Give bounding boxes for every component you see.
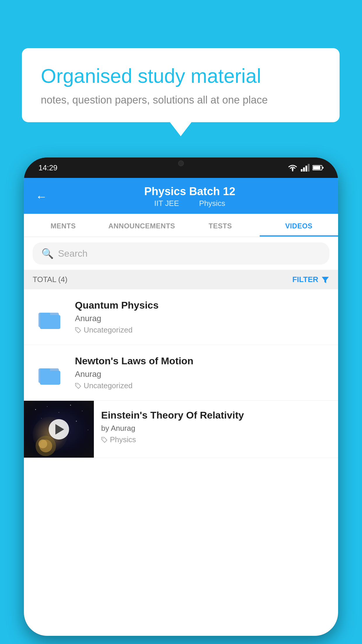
video-thumbnail-3	[24, 401, 94, 458]
video-author-1: Anurag	[75, 314, 329, 323]
tab-announcements[interactable]: ANNOUNCEMENTS	[103, 214, 181, 237]
video-title-1: Quantum Physics	[75, 300, 329, 311]
folder-icon	[37, 304, 63, 330]
svg-rect-1	[301, 169, 303, 172]
tag-label-2: Uncategorized	[84, 381, 133, 390]
svg-marker-8	[322, 277, 329, 283]
phone-frame: 14:29	[24, 158, 338, 636]
tab-videos[interactable]: VIDEOS	[260, 214, 338, 237]
tag-label-3: Physics	[110, 435, 136, 444]
svg-rect-11	[40, 313, 50, 316]
subtitle-sep	[187, 199, 191, 208]
video-info-1: Quantum Physics Anurag Uncategorized	[75, 300, 329, 335]
video-author-2: Anurag	[75, 370, 329, 379]
video-author-3: by Anurag	[101, 424, 331, 433]
svg-point-18	[47, 406, 48, 407]
video-tag-1: Uncategorized	[75, 326, 329, 335]
svg-point-27	[38, 440, 47, 448]
filter-bar: TOTAL (4) FILTER	[24, 270, 338, 289]
svg-point-21	[82, 411, 82, 411]
tag-icon	[75, 327, 81, 333]
play-button[interactable]	[49, 419, 69, 440]
total-count: TOTAL (4)	[33, 275, 67, 284]
filter-label: FILTER	[292, 275, 318, 284]
wifi-icon	[287, 164, 298, 172]
video-title-3: Einstein's Theory Of Relativity	[101, 410, 331, 421]
speech-bubble: Organised study material notes, question…	[22, 48, 340, 122]
svg-point-19	[59, 412, 59, 413]
phone-notch	[158, 158, 204, 169]
list-item[interactable]: Newton's Laws of Motion Anurag Uncategor…	[24, 345, 338, 401]
svg-rect-14	[40, 371, 60, 385]
battery-icon	[312, 164, 324, 171]
svg-rect-15	[40, 368, 50, 372]
batch-title: Physics Batch 12	[53, 185, 326, 198]
folder-icon	[37, 360, 63, 386]
app-header: ← Physics Batch 12 IIT JEE Physics	[24, 178, 338, 214]
back-button[interactable]: ←	[36, 190, 47, 203]
tabs-bar: MENTS ANNOUNCEMENTS TESTS VIDEOS	[24, 214, 338, 237]
video-info-2: Newton's Laws of Motion Anurag Uncategor…	[75, 355, 329, 390]
video-thumbnail-1	[33, 304, 68, 330]
svg-rect-7	[322, 167, 324, 169]
tag-icon	[75, 383, 81, 389]
svg-point-22	[41, 418, 42, 419]
tag-icon	[101, 437, 108, 443]
video-list: Quantum Physics Anurag Uncategorized	[24, 289, 338, 458]
svg-point-16	[77, 384, 78, 385]
svg-rect-6	[313, 166, 320, 169]
svg-point-17	[35, 409, 36, 410]
svg-point-28	[103, 438, 104, 439]
status-time: 14:29	[38, 163, 57, 172]
list-item[interactable]: Quantum Physics Anurag Uncategorized	[24, 289, 338, 345]
svg-rect-2	[303, 167, 305, 172]
search-input[interactable]: Search	[58, 248, 87, 259]
tab-tests[interactable]: TESTS	[181, 214, 260, 237]
video-thumbnail-2	[33, 360, 68, 386]
tag-label-1: Uncategorized	[84, 326, 133, 335]
video-title-2: Newton's Laws of Motion	[75, 355, 329, 367]
search-icon: 🔍	[41, 248, 54, 259]
signal-icon	[301, 164, 310, 172]
svg-rect-10	[40, 315, 60, 329]
list-item[interactable]: Einstein's Theory Of Relativity by Anura…	[24, 401, 338, 458]
video-tag-3: Physics	[101, 435, 331, 444]
filter-icon	[321, 276, 329, 284]
search-container: 🔍 Search	[24, 237, 338, 270]
batch-subtitle: IIT JEE Physics	[53, 199, 326, 208]
svg-point-23	[76, 421, 77, 422]
video-tag-2: Uncategorized	[75, 381, 329, 390]
bubble-title: Organised study material	[41, 64, 321, 88]
play-triangle-icon	[55, 424, 64, 435]
svg-point-24	[88, 430, 88, 430]
video-info-3: Einstein's Theory Of Relativity by Anura…	[94, 401, 338, 453]
status-icons	[287, 164, 324, 172]
search-bar[interactable]: 🔍 Search	[33, 242, 329, 265]
phone-screen: ← Physics Batch 12 IIT JEE Physics MENTS…	[24, 178, 338, 636]
header-title-area: Physics Batch 12 IIT JEE Physics	[53, 185, 326, 208]
svg-point-20	[70, 405, 71, 406]
subtitle-physics: Physics	[199, 199, 225, 208]
tab-ments[interactable]: MENTS	[24, 214, 103, 237]
subtitle-iitjee: IIT JEE	[154, 199, 179, 208]
status-bar: 14:29	[24, 158, 338, 178]
svg-point-12	[77, 328, 78, 329]
svg-rect-4	[308, 164, 310, 172]
filter-button[interactable]: FILTER	[292, 275, 329, 284]
svg-rect-3	[305, 166, 307, 172]
svg-point-0	[292, 170, 294, 172]
front-camera	[178, 160, 184, 166]
bubble-subtitle: notes, question papers, solutions all at…	[41, 94, 321, 106]
